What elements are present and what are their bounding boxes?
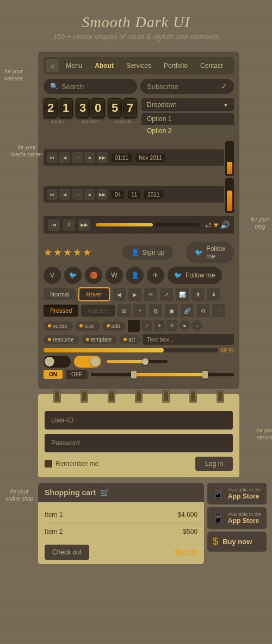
empty-radio-btn[interactable]: ○ [191,320,202,331]
flip-hour-tens: 2 [44,98,58,118]
grid-btn[interactable]: ⊞ [118,304,131,317]
buy-now-button[interactable]: $ Buy now [207,532,267,552]
media-pause-btn-2[interactable]: ⏸ [72,189,83,200]
annotation-shop: for youronline shop [5,488,33,502]
h-slider-knob-1[interactable] [142,358,149,365]
window-btn[interactable]: ▣ [165,304,178,317]
subscribe-box[interactable]: Subscribe ✓ [140,79,234,94]
text-box-input[interactable]: Text box... [143,334,234,345]
nav-home-button[interactable]: ⌂ [46,59,59,72]
media-prev-btn-2[interactable]: ◀ [59,189,70,200]
remember-checkbox[interactable] [45,460,52,468]
media-prev-prev-btn-2[interactable]: ⏮ [47,189,58,200]
gear-btn[interactable]: ⚙ [196,304,209,317]
app-store-text-1: Available in the App Store [228,487,261,500]
expand-btn[interactable]: ⤢ [160,288,173,301]
media-next-btn-2[interactable]: ▶▶ [97,189,108,200]
remember-me-row: Remember me [45,460,98,468]
tag-resource[interactable]: resource [44,335,79,344]
off-button[interactable]: OFF [66,370,88,379]
download-btn[interactable]: ⬇ [207,288,220,301]
person-button[interactable]: 👤 [126,267,144,284]
toggle-switch-1[interactable] [44,356,71,368]
upload-btn[interactable]: ⬆ [191,288,205,301]
app-store-button-2[interactable]: 📱 Available in the App Store [207,507,267,529]
twitter2-icon: 🐦 [69,272,77,279]
dribbble-button[interactable]: 🏀 [85,267,102,284]
dropdown-option-2[interactable]: Option 2 [141,125,234,137]
h-slider-1[interactable] [107,360,168,363]
userid-input[interactable]: User-ID [45,411,233,430]
shuffle-icon[interactable]: ⇄ [205,220,212,229]
cart-body: Item 1 $4,600 Item 2 $500 Check out $5,1… [38,502,204,564]
toggle-switch-2[interactable] [74,356,101,368]
columns-btn[interactable]: ▥ [149,304,162,317]
x-btn[interactable]: ✕ [166,320,177,331]
radio-btn[interactable]: ● [179,320,190,331]
media-stop-btn-2[interactable]: ■ [84,189,95,200]
volume-fill-2 [227,191,232,211]
progress-row: 69 % [44,347,234,353]
nav-item-portfolio[interactable]: Portfolio [158,59,193,72]
tag-add[interactable]: add [102,321,126,331]
volume-slider-1[interactable] [225,141,234,176]
dropdown-header[interactable]: Dropdown ▼ [141,98,234,111]
login-button[interactable]: Log in [195,457,233,471]
nav-item-about[interactable]: About [89,59,119,72]
range-knob-right[interactable] [202,371,208,378]
wordpress-button[interactable]: W [106,267,123,284]
tag-vector[interactable]: vector [44,321,73,331]
volume-slider-2[interactable] [225,178,234,213]
app-store-button-1[interactable]: 📱 Available in the App Store [207,483,267,504]
signup-button[interactable]: 👤 Sign up [122,245,174,260]
chart-btn[interactable]: 📊 [176,288,189,301]
send-button[interactable]: ✈ [147,267,164,284]
next-small-btn[interactable]: ▶ [128,288,141,301]
vimeo-button[interactable]: V [44,267,61,284]
minus-btn[interactable]: − [212,304,225,317]
tag-template[interactable]: template [82,335,117,344]
blog-next-btn[interactable]: ▶▶ [78,219,90,231]
link-btn[interactable]: 🔗 [181,304,194,317]
checkbox-checked[interactable]: ✓ [141,320,152,331]
list-btn[interactable]: ≡ [133,304,146,317]
follow-button[interactable]: 🐦 Follow me [186,242,234,263]
on-button[interactable]: ON [44,370,63,379]
hover-button[interactable]: Hover [78,287,109,301]
plus-btn[interactable]: + [154,320,165,331]
pressed-button[interactable]: Pressed [44,305,78,317]
progress-bar[interactable] [44,348,218,352]
twitter-large-button[interactable]: 🐦 Follow me [168,267,222,284]
hole-7 [217,390,224,403]
tag-icon[interactable]: icon [75,321,100,331]
prev-small-btn[interactable]: ◀ [113,288,126,301]
heart-icon[interactable]: ♥ [214,220,218,229]
range-knob-left[interactable] [131,371,137,378]
media-stop-btn[interactable]: ■ [84,152,95,163]
twitter-button[interactable]: 🐦 [64,267,82,284]
nav-item-menu[interactable]: Menu [60,59,88,72]
star-rating[interactable]: ★★★★★ [44,247,92,258]
inactive-button[interactable]: Inactive [81,305,115,317]
tag-label-vector: vector [53,323,67,329]
pencil-btn[interactable]: ✏ [144,288,157,301]
blog-pause-btn[interactable]: ⏸ [63,219,75,231]
tag-art[interactable]: art [119,335,140,344]
volume-icon[interactable]: 🔊 [220,220,230,229]
media-pause-btn[interactable]: ⏸ [72,152,83,163]
checkbox-dark[interactable] [128,320,140,332]
password-input[interactable]: Password [45,434,233,452]
range-slider[interactable] [91,373,234,376]
nav-item-services[interactable]: Services [121,59,157,72]
blog-progress-bar[interactable] [96,223,200,226]
media-prev-prev-btn[interactable]: ⏮ [47,152,58,163]
nav-item-contact[interactable]: Contact [195,59,228,72]
media-next-btn[interactable]: ▶▶ [97,152,108,163]
dropdown-option-1[interactable]: Option 1 [141,113,234,125]
media-prev-btn[interactable]: ◀ [59,152,70,163]
normal-button[interactable]: Normal [44,288,76,300]
blog-prev-btn[interactable]: ⏮ [48,219,60,231]
tag-dot-5 [86,338,89,341]
checkout-button[interactable]: Check out [45,545,89,560]
search-box[interactable]: 🔍 Search [44,79,137,94]
